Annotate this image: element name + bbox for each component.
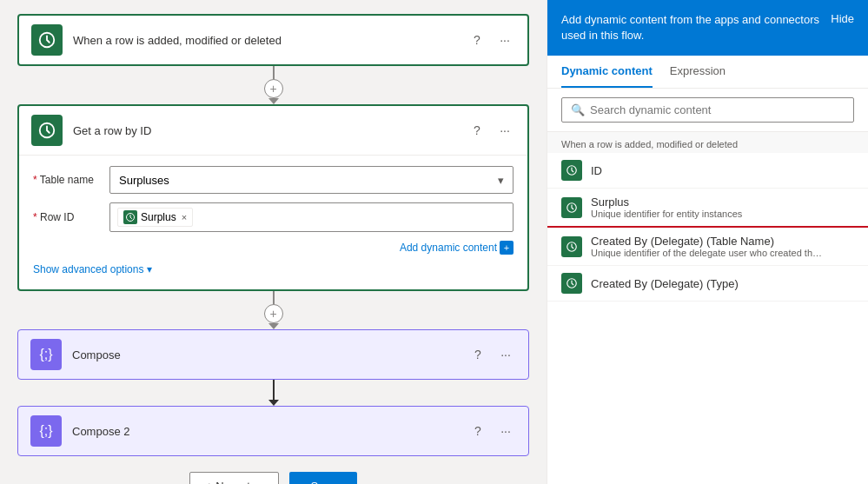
- search-box: 🔍: [561, 97, 854, 123]
- panel-item-surplus-icon: [561, 197, 582, 218]
- add-dynamic-row: Add dynamic content +: [33, 241, 514, 255]
- panel-item-id-icon: [561, 160, 582, 181]
- connector-arrow-2: [268, 323, 279, 329]
- add-dynamic-button[interactable]: Add dynamic content +: [400, 241, 514, 255]
- panel-item-delegate-table-content: Created By (Delegate) (Table Name) Uniqu…: [591, 235, 854, 258]
- tag-label: Surplus: [141, 211, 176, 223]
- compose-help-button[interactable]: ?: [467, 344, 488, 365]
- panel-tabs: Dynamic content Expression: [547, 56, 868, 89]
- panel-item-surplus-content: Surplus Unique identifier for entity ins…: [591, 196, 854, 219]
- panel-section-label: When a row is added, modified or deleted: [547, 132, 868, 153]
- panel-header-text: Add dynamic content from the apps and co…: [561, 12, 831, 43]
- table-name-row: * Table name Surpluses ▾: [33, 166, 514, 194]
- panel-item-id-title: ID: [591, 164, 854, 177]
- tag-close-button[interactable]: ×: [182, 212, 187, 222]
- compose2-actions: ? ···: [467, 421, 516, 441]
- get-row-more-button[interactable]: ···: [494, 120, 515, 141]
- get-row-card: Get a row by ID ? ··· * Table name Surpl…: [17, 104, 529, 291]
- connector-2: +: [17, 291, 529, 329]
- table-name-value: Surpluses: [119, 174, 169, 187]
- panel-item-id-content: ID: [591, 164, 854, 177]
- search-input[interactable]: [590, 103, 845, 116]
- connector-arrow-3: [268, 400, 279, 406]
- show-advanced-button[interactable]: Show advanced options ▾: [33, 260, 152, 279]
- compose2-more-button[interactable]: ···: [495, 421, 516, 441]
- tag-icon: [123, 210, 137, 224]
- panel-item-delegate-type-icon: [561, 273, 582, 294]
- panel-header: Add dynamic content from the apps and co…: [547, 0, 868, 56]
- get-row-header: Get a row by ID ? ···: [19, 106, 527, 156]
- panel-item-delegate-type-content: Created By (Delegate) (Type): [591, 277, 854, 290]
- table-name-label: * Table name: [33, 174, 103, 186]
- compose2-icon: {;}: [30, 415, 62, 447]
- save-button[interactable]: Save: [289, 472, 357, 484]
- get-row-icon: [31, 115, 63, 146]
- compose-more-button[interactable]: ···: [495, 344, 516, 365]
- panel-items-list: ID Surplus Unique identifier for entity …: [547, 153, 868, 484]
- new-step-button[interactable]: + New step: [189, 472, 279, 484]
- compose-icon: {;}: [30, 339, 62, 370]
- search-icon: 🔍: [571, 103, 585, 116]
- panel-item-created-by-delegate-type[interactable]: Created By (Delegate) (Type): [547, 266, 868, 302]
- connector-arrow-1: [268, 98, 279, 104]
- get-row-title: Get a row by ID: [73, 124, 467, 137]
- panel-item-id[interactable]: ID: [547, 153, 868, 189]
- row-id-label: * Row ID: [33, 211, 103, 223]
- tab-expression[interactable]: Expression: [670, 56, 726, 88]
- compose-card: {;} Compose ? ···: [17, 329, 529, 380]
- tab-dynamic-content[interactable]: Dynamic content: [561, 56, 653, 88]
- panel-item-surplus-desc: Unique identifier for entity instances: [591, 209, 825, 219]
- bottom-actions: + New step Save: [17, 472, 529, 484]
- connector-1: +: [17, 66, 529, 104]
- trigger-actions: ? ···: [467, 30, 515, 50]
- chevron-down-icon: ▾: [147, 263, 152, 275]
- row-id-input[interactable]: Surplus ×: [109, 202, 514, 232]
- dynamic-content-panel: Add dynamic content from the apps and co…: [547, 0, 868, 484]
- panel-item-surplus-title: Surplus: [591, 196, 854, 209]
- trigger-icon: [31, 24, 63, 56]
- row-id-row: * Row ID Surplus ×: [33, 202, 514, 232]
- row-id-tag: Surplus ×: [117, 208, 193, 227]
- get-row-body: * Table name Surpluses ▾ * Row ID: [19, 156, 527, 289]
- panel-item-delegate-table-title: Created By (Delegate) (Table Name): [591, 235, 854, 248]
- panel-item-delegate-type-title: Created By (Delegate) (Type): [591, 277, 854, 290]
- compose-title: Compose: [72, 348, 467, 361]
- compose2-title: Compose 2: [72, 425, 467, 438]
- panel-item-surplus[interactable]: Surplus Unique identifier for entity ins…: [547, 189, 868, 228]
- compose2-help-button[interactable]: ?: [467, 421, 488, 441]
- panel-item-delegate-table-desc: Unique identifier of the delegate user w…: [591, 248, 825, 258]
- compose2-card: {;} Compose 2 ? ···: [17, 406, 529, 456]
- connector-3: [17, 380, 529, 406]
- compose-actions: ? ···: [467, 344, 516, 365]
- trigger-help-button[interactable]: ?: [467, 30, 487, 50]
- connector-line-3: [273, 380, 275, 400]
- table-name-input[interactable]: Surpluses ▾: [109, 166, 514, 194]
- add-step-button-1[interactable]: +: [264, 79, 283, 98]
- connector-line-2: [273, 291, 275, 304]
- panel-item-created-by-delegate-table[interactable]: Created By (Delegate) (Table Name) Uniqu…: [547, 228, 868, 266]
- trigger-card: When a row is added, modified or deleted…: [17, 14, 529, 66]
- trigger-more-button[interactable]: ···: [494, 30, 515, 50]
- panel-search-area: 🔍: [547, 89, 868, 132]
- connector-line-1: [273, 66, 275, 79]
- table-name-chevron: ▾: [498, 174, 504, 187]
- panel-item-delegate-table-icon: [561, 236, 582, 257]
- panel-hide-button[interactable]: Hide: [831, 12, 854, 25]
- trigger-title: When a row is added, modified or deleted: [73, 34, 467, 47]
- flow-canvas: When a row is added, modified or deleted…: [0, 0, 547, 484]
- add-dynamic-icon: +: [500, 241, 514, 255]
- get-row-help-button[interactable]: ?: [467, 120, 487, 141]
- add-step-button-2[interactable]: +: [264, 304, 283, 323]
- get-row-actions: ? ···: [467, 120, 515, 141]
